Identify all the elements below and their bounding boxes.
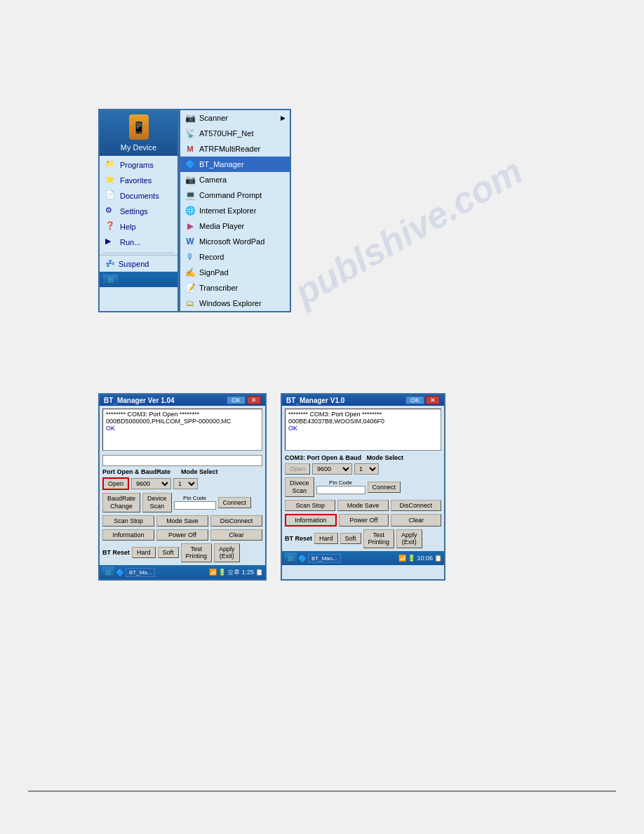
signpad-label: SignPad bbox=[199, 268, 229, 277]
disconnect-btn-1[interactable]: DisConnect bbox=[210, 515, 262, 527]
apply-exit-btn-2[interactable]: Apply(Exit) bbox=[396, 529, 422, 549]
bt-dialog-1-ok[interactable]: OK bbox=[227, 396, 246, 404]
pin-code-input-1[interactable] bbox=[174, 501, 216, 510]
bt-taskbar-1: ⊞ 🔷 BT_Ma... 📶 🔋 오후 1:25 📋 bbox=[100, 565, 265, 579]
menu-item-help[interactable]: ❓ Help bbox=[100, 219, 177, 234]
clear-btn-2[interactable]: Clear bbox=[391, 514, 441, 527]
scanner-icon: 📷 bbox=[185, 112, 196, 124]
power-off-btn-1[interactable]: Power Off bbox=[156, 529, 208, 541]
open-btn-1[interactable]: Open bbox=[102, 477, 129, 490]
submenu-record[interactable]: 🎙 Record bbox=[180, 249, 290, 265]
start-button[interactable]: ⊞ bbox=[102, 274, 119, 286]
mode-save-btn-1[interactable]: Mode Save bbox=[156, 515, 208, 527]
port-baud-label-2: COM3: Port Open & Baud Mode Select bbox=[282, 454, 444, 462]
clear-btn-1[interactable]: Clear bbox=[210, 529, 262, 541]
test-printing-btn-2[interactable]: TestPrinting bbox=[363, 529, 395, 549]
taskbar-icons-2: 📶 🔋 10:06 📋 bbox=[398, 555, 442, 562]
menu-item-documents[interactable]: 📄 Documents bbox=[100, 188, 177, 204]
input-row-1 bbox=[100, 454, 265, 468]
open-btn-2[interactable]: Open bbox=[285, 463, 310, 475]
taskbar-app-1[interactable]: BT_Ma... bbox=[126, 568, 155, 577]
pin-code-input-2[interactable] bbox=[316, 486, 365, 494]
dialogs-row: BT_Manager Ver 1.04 OK ✕ ******** COM3: … bbox=[98, 393, 445, 581]
submenu-cmd[interactable]: 💻 BT_Manager Ver 1.04 Command Prompt bbox=[180, 187, 290, 203]
taskbar-dock-icon-1: 📋 bbox=[255, 569, 263, 576]
menu-item-programs[interactable]: 📁 Programs bbox=[100, 157, 177, 173]
hard-btn-2[interactable]: Hard bbox=[314, 533, 338, 544]
baud-select-2[interactable]: 9600 19200 38400 115200 bbox=[312, 463, 352, 475]
bt-input-1[interactable] bbox=[102, 455, 262, 466]
open-row-1: Open 9600 19200 38400 115200 1 2 bbox=[100, 476, 265, 491]
menu-item-settings[interactable]: ⚙ Settings bbox=[100, 204, 177, 219]
title-buttons-2: OK ✕ bbox=[405, 396, 440, 404]
log-line-2-3: OK bbox=[288, 425, 438, 432]
bt-log-area-1: ******** COM3: Port Open ******** 000BD5… bbox=[102, 409, 262, 451]
scan-stop-btn-2[interactable]: Scan Stop bbox=[285, 500, 335, 511]
info-btn-1[interactable]: Information bbox=[102, 529, 154, 541]
taskbar-start-2[interactable]: ⊞ bbox=[284, 552, 297, 564]
pin-code-label-1: Pin Code bbox=[183, 495, 206, 501]
menu-item-suspend[interactable]: 💤 Suspend bbox=[100, 257, 177, 270]
bt-log-area-2: ******** COM3: Port Open ******** 000BE4… bbox=[285, 409, 441, 451]
submenu-ie[interactable]: 🌐 Internet Explorer bbox=[180, 203, 290, 218]
taskbar-connection-icon-2: 📶 bbox=[398, 555, 406, 562]
scan-row-1: BaudRateChange DeviceScan Pin Code Conne… bbox=[100, 491, 265, 514]
submenu-explorer[interactable]: 🗂 Windows Explorer bbox=[180, 296, 290, 311]
submenu-media[interactable]: ▶ Media Player bbox=[180, 218, 290, 234]
taskbar-time-1: 오후 1:25 bbox=[227, 568, 254, 577]
submenu-scanner[interactable]: 📷 Scanner ▶ bbox=[180, 110, 290, 126]
menu-item-favorites[interactable]: ⭐ Favorites bbox=[100, 173, 177, 188]
mode-save-btn-2[interactable]: Mode Save bbox=[337, 500, 388, 511]
device-scan-btn-1[interactable]: DeviceScan bbox=[142, 493, 172, 512]
log-line-2-2: 000BE43037B8,WOOSIM,0406F0 bbox=[288, 418, 438, 425]
baud-select-1[interactable]: 9600 19200 38400 115200 bbox=[131, 478, 171, 489]
pin-code-label-2: Pin Code bbox=[329, 479, 352, 486]
scan-row-2: DiveceScan Pin Code Connect bbox=[282, 476, 444, 498]
start-menu-header: 📱 My Device bbox=[100, 110, 177, 156]
baudrate-change-btn[interactable]: BaudRateChange bbox=[102, 493, 140, 512]
info-row-1: Information Power Off Clear bbox=[100, 528, 265, 542]
mode-select-1[interactable]: 1 2 bbox=[173, 478, 198, 489]
device-icon: 📱 bbox=[129, 114, 149, 140]
taskbar-logo-1: ⊞ bbox=[105, 569, 111, 576]
ie-label: Internet Explorer bbox=[199, 206, 256, 215]
bt-dialog-1-close[interactable]: ✕ bbox=[247, 396, 261, 404]
record-icon: 🎙 bbox=[185, 251, 196, 263]
connect-btn-2[interactable]: Connect bbox=[368, 482, 401, 493]
log-line-1-3: OK bbox=[106, 425, 259, 432]
bt-dialog-2-title: BT_Manager V1.0 OK ✕ bbox=[282, 395, 444, 406]
start-taskbar: ⊞ bbox=[100, 272, 177, 287]
device-scan-btn-2[interactable]: DiveceScan bbox=[285, 477, 314, 497]
apply-exit-btn-1[interactable]: Apply(Exit) bbox=[214, 543, 240, 563]
menu-item-run[interactable]: ▶ Run... bbox=[100, 234, 177, 250]
camera-icon: 📷 bbox=[185, 174, 196, 185]
taskbar-start-1[interactable]: ⊞ bbox=[102, 567, 114, 578]
bt-dialog-2-ok[interactable]: OK bbox=[405, 396, 424, 404]
submenu-at570[interactable]: 📡 AT570UHF_Net bbox=[180, 126, 290, 141]
submenu-transcriber[interactable]: 📝 Transcriber bbox=[180, 280, 290, 296]
taskbar-app-2[interactable]: BT_Man... bbox=[308, 554, 341, 563]
scan-stop-btn-1[interactable]: Scan Stop bbox=[102, 515, 154, 527]
power-off-btn-2[interactable]: Power Off bbox=[339, 514, 389, 527]
mode-select-2[interactable]: 1 2 bbox=[354, 463, 379, 475]
bt-dialog-2-close[interactable]: ✕ bbox=[426, 396, 440, 404]
taskbar-connection-icon-1: 📶 bbox=[209, 569, 217, 576]
info-btn-2[interactable]: Information bbox=[285, 514, 337, 527]
signpad-icon: ✍ bbox=[185, 267, 196, 278]
programs-submenu: 📷 Scanner ▶ 📡 AT570UHF_Net M ATRFMultiRe… bbox=[179, 109, 291, 312]
soft-btn-1[interactable]: Soft bbox=[158, 547, 179, 558]
submenu-wordpad[interactable]: W Microsoft WordPad bbox=[180, 234, 290, 249]
connect-btn-1[interactable]: Connect bbox=[218, 497, 252, 508]
submenu-signpad[interactable]: ✍ SignPad bbox=[180, 265, 290, 280]
disconnect-btn-2[interactable]: DisConnect bbox=[391, 500, 441, 511]
submenu-atrf[interactable]: M ATRFMultiReader bbox=[180, 141, 290, 157]
run-icon: ▶ bbox=[105, 237, 116, 248]
submenu-camera[interactable]: 📷 Camera bbox=[180, 172, 290, 187]
submenu-bt-manager[interactable]: 🔷 BT_Manager bbox=[180, 157, 290, 172]
test-printing-btn-1[interactable]: TestPrinting bbox=[181, 543, 213, 563]
soft-btn-2[interactable]: Soft bbox=[340, 533, 361, 544]
help-label: Help bbox=[120, 223, 136, 231]
bt-reset-label-1: BT Reset bbox=[102, 549, 130, 556]
favorites-icon: ⭐ bbox=[105, 175, 116, 186]
hard-btn-1[interactable]: Hard bbox=[132, 547, 156, 558]
